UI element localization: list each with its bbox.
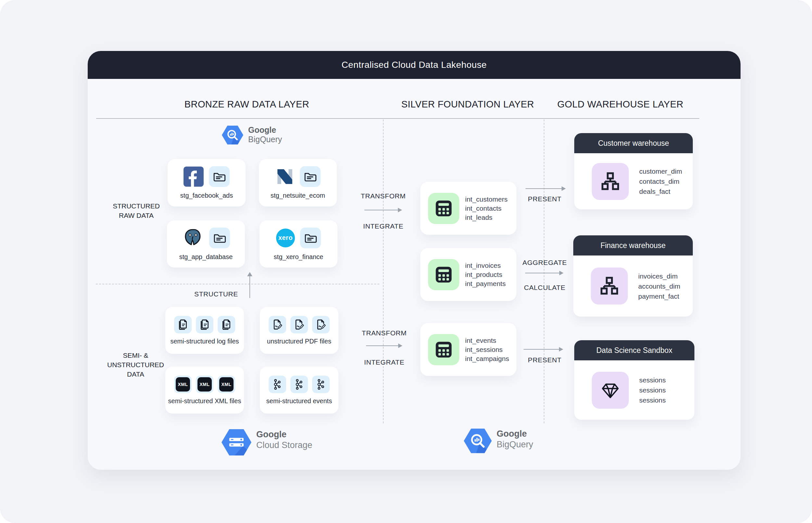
silver-layer-heading: SILVER FOUNDATION LAYER	[373, 99, 562, 110]
folder-icon	[303, 169, 317, 184]
hierarchy-icon	[599, 276, 619, 296]
pdf-files-card: unstructured PDF files	[260, 307, 338, 354]
stg-xero-finance-card: xero stg_xero_finance	[260, 220, 337, 268]
xml-files-card: XML XML XML semi-structured XML files	[165, 366, 244, 414]
pdf-file-icon	[293, 319, 305, 331]
card-label: unstructured PDF files	[267, 338, 331, 345]
xero-icon: xero	[276, 229, 295, 247]
customer-warehouse-header: Customer warehouse	[574, 133, 693, 153]
integrate-label-bottom: INTEGRATE	[357, 358, 412, 366]
bigquery-logo-text: Google BigQuery	[248, 125, 282, 144]
transform-arrow-top	[365, 210, 402, 210]
calculate-label: CALCULATE	[517, 284, 572, 291]
event-stream-icon	[293, 379, 305, 390]
transform-arrow-bottom	[366, 345, 402, 346]
stg-netsuite-ecom-card: stg_netsuite_ecom	[259, 159, 337, 206]
integrate-label-top: INTEGRATE	[356, 222, 411, 230]
bronze-silver-divider	[383, 120, 384, 423]
structured-raw-data-label: STRUCTURED RAW DATA	[106, 201, 166, 220]
transform-label-top: TRANSFORM	[356, 192, 411, 200]
card-label: semi-structured XML files	[168, 397, 241, 405]
events-card: semi-structured events	[260, 366, 338, 414]
card-label: stg_app_database	[179, 253, 233, 261]
model-table-icon	[434, 265, 453, 284]
title-bar: Centralised Cloud Data Lakehouse	[88, 51, 741, 79]
stg-facebook-ads-card: stg_facebook_ads	[167, 159, 246, 206]
log-file-icon	[198, 319, 211, 331]
semi-unstructured-data-label: SEMI- & UNSTRUCTURED DATA	[102, 350, 169, 379]
bigquery-logo-text: Google BigQuery	[497, 429, 533, 450]
stg-app-database-card: stg_app_database	[167, 220, 245, 268]
int-events-card: int_events int_sessions int_campaigns	[420, 323, 516, 376]
transform-label-bottom: TRANSFORM	[357, 329, 412, 337]
cloud-storage-hexagon-icon	[222, 429, 251, 455]
bigquery-logo-footer: Google BigQuery	[464, 429, 533, 453]
diagram-canvas: Centralised Cloud Data Lakehouse BRONZE …	[0, 0, 812, 523]
xml-file-icon: XML	[176, 377, 190, 392]
log-file-icon	[220, 319, 232, 331]
xml-file-icon: XML	[219, 377, 233, 392]
facebook-icon	[183, 166, 204, 187]
card-label: semi-structured log files	[170, 338, 239, 345]
int-invoices-card: int_invoices int_products int_payments	[420, 248, 516, 301]
aggregate-label: AGGREGATE	[517, 259, 572, 267]
present-arrow-bottom	[524, 349, 563, 350]
cloud-storage-logo: Google Cloud Storage	[222, 429, 313, 455]
event-stream-icon	[271, 379, 283, 390]
card-label: stg_facebook_ads	[180, 192, 233, 199]
model-table-icon	[434, 199, 453, 218]
event-stream-icon	[315, 379, 327, 390]
pdf-file-icon	[315, 319, 327, 331]
card-label: stg_xero_finance	[274, 253, 323, 261]
data-science-sandbox-card: Data Science Sandbox sessions sessions s…	[574, 340, 694, 420]
model-table-icon	[434, 340, 453, 359]
folder-icon	[303, 231, 318, 245]
bigquery-logo-bronze: Google BigQuery	[222, 125, 282, 145]
postgresql-icon	[182, 228, 204, 248]
int-customers-card: int_customers int_contacts int_leads	[420, 182, 516, 235]
present-label-bottom: PRESENT	[519, 356, 571, 364]
netsuite-icon	[275, 167, 295, 186]
card-label: semi-structured events	[266, 397, 332, 405]
log-file-icon	[177, 319, 189, 331]
xml-file-icon: XML	[197, 377, 212, 392]
present-label-top: PRESENT	[519, 195, 571, 203]
present-arrow-top	[526, 188, 565, 189]
customer-warehouse-card: Customer warehouse customer_dim contacts…	[574, 133, 693, 210]
bigquery-hexagon-icon	[464, 429, 492, 453]
log-files-card: semi-structured log files	[165, 307, 244, 354]
folder-icon	[212, 231, 227, 245]
data-science-sandbox-header: Data Science Sandbox	[574, 340, 694, 360]
structured-semistructured-divider	[96, 284, 379, 284]
card-label: stg_netsuite_ecom	[270, 192, 325, 199]
bronze-layer-heading: BRONZE RAW DATA LAYER	[140, 99, 354, 110]
pdf-file-icon	[271, 319, 284, 331]
header-divider	[96, 118, 699, 119]
structure-flow-label: STRUCTURE	[188, 290, 245, 298]
aggregate-calculate-arrow	[525, 273, 563, 273]
silver-gold-divider	[544, 120, 544, 423]
gold-layer-heading: GOLD WAREHOUSE LAYER	[539, 99, 702, 110]
structure-up-arrow	[249, 276, 250, 298]
finance-warehouse-header: Finance warehouse	[573, 235, 693, 255]
folder-icon	[212, 169, 226, 184]
hierarchy-icon	[600, 172, 620, 192]
page-title: Centralised Cloud Data Lakehouse	[341, 60, 487, 70]
finance-warehouse-card: Finance warehouse invoices_dim accounts_…	[573, 235, 693, 317]
diamond-icon	[600, 379, 621, 401]
bigquery-hexagon-icon	[222, 125, 243, 145]
cloud-storage-logo-text: Google Cloud Storage	[256, 429, 313, 451]
